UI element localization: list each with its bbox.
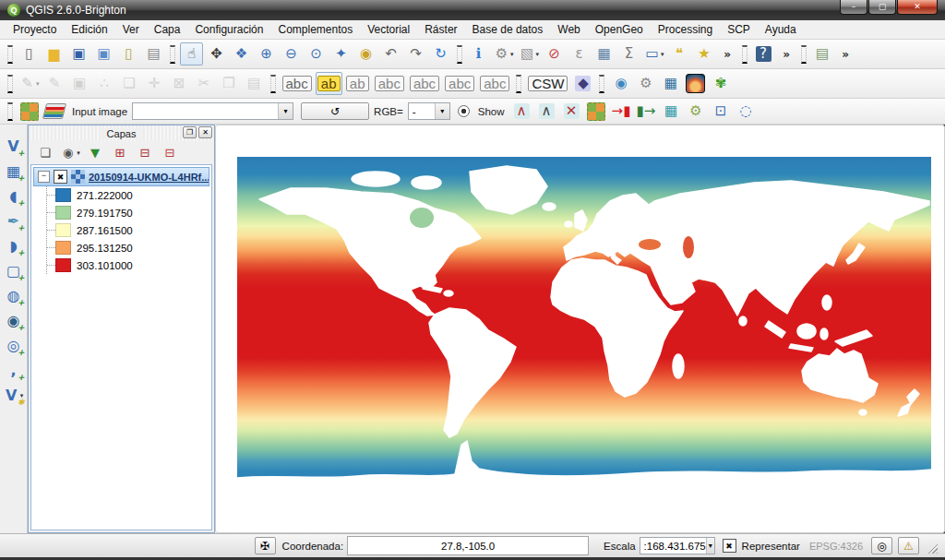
composer-manager-icon[interactable]: ▤ bbox=[142, 42, 165, 66]
move-feature-icon[interactable]: ❏ bbox=[118, 72, 141, 95]
menu-ver[interactable]: Ver bbox=[115, 20, 147, 39]
zoom-native-icon[interactable]: ⊙ bbox=[305, 42, 328, 66]
add-feature-icon[interactable]: ∴ bbox=[93, 72, 116, 95]
netcdf-plugin-icon[interactable]: ▦ bbox=[659, 72, 682, 95]
help-icon[interactable]: ? bbox=[752, 42, 775, 66]
sst-preview-icon[interactable] bbox=[684, 72, 707, 95]
zoom-out-icon[interactable]: ⊖ bbox=[280, 42, 303, 66]
class-output-icon[interactable]: ▮→ bbox=[635, 100, 658, 123]
attribute-table-icon[interactable]: ▦ bbox=[592, 42, 616, 66]
new-bookmark-icon[interactable]: ★ bbox=[693, 42, 716, 66]
rgb-combo[interactable]: - ▾ bbox=[408, 102, 450, 120]
zoom-next-icon[interactable]: ↷ bbox=[404, 42, 427, 66]
menu-complementos[interactable]: Complementos bbox=[270, 20, 360, 39]
new-shapefile-icon[interactable]: V✱▾ bbox=[2, 384, 26, 407]
close-button[interactable]: ✕ bbox=[897, 0, 938, 15]
menu-web[interactable]: Web bbox=[550, 20, 587, 39]
add-oracle-layer-icon[interactable]: ▢+ bbox=[2, 259, 26, 282]
progress-ring-icon[interactable]: ◌ bbox=[735, 100, 758, 123]
new-project-icon[interactable]: ▯ bbox=[18, 42, 41, 66]
band-calc-icon[interactable]: ▦ bbox=[660, 100, 683, 123]
add-wfs-layer-icon[interactable]: ◎+ bbox=[2, 334, 26, 357]
panel-float-icon[interactable]: ❐ bbox=[183, 126, 197, 138]
label-pin-icon[interactable]: ab bbox=[344, 72, 371, 95]
coordinate-input[interactable] bbox=[347, 536, 589, 555]
maximize-button[interactable]: ▢ bbox=[868, 0, 896, 15]
scp-settings-icon[interactable]: ⚙ bbox=[685, 100, 708, 123]
label-visibility-icon[interactable]: abc bbox=[373, 72, 406, 95]
node-tool-icon[interactable]: ✛ bbox=[143, 72, 166, 95]
add-vector-layer-icon[interactable]: V+ bbox=[2, 135, 26, 158]
projector-icon[interactable]: ⊡ bbox=[710, 100, 733, 123]
map-legend-icon[interactable]: ▤ bbox=[811, 42, 834, 66]
copy-features-icon[interactable]: ❐ bbox=[218, 72, 241, 95]
add-postgis-layer-icon[interactable]: ◖+ bbox=[2, 185, 26, 208]
expand-all-icon[interactable]: ⊞ bbox=[110, 143, 130, 162]
add-spatialite-layer-icon[interactable]: ✒+ bbox=[2, 209, 26, 232]
bandset-icon[interactable] bbox=[18, 100, 41, 123]
touch-tool-icon[interactable]: ☝ bbox=[180, 42, 203, 66]
label-selected-icon[interactable]: ab bbox=[316, 72, 342, 95]
bandset-add-icon[interactable] bbox=[585, 100, 608, 123]
layer-checkbox[interactable]: ✖ bbox=[54, 170, 67, 184]
add-delimited-text-icon[interactable]: ,+ bbox=[2, 359, 26, 382]
resize-grip[interactable] bbox=[926, 542, 938, 554]
scp-refresh-button[interactable]: ↺ bbox=[301, 102, 369, 120]
delete-selected-icon[interactable]: ⊠ bbox=[168, 72, 191, 95]
menu-configuracion[interactable]: Configuración bbox=[187, 20, 270, 39]
deselect-icon[interactable]: ⊘ bbox=[543, 42, 566, 66]
refresh-map-icon[interactable]: ↻ bbox=[429, 42, 452, 66]
scale-combo[interactable]: :168.431.675 ▾ bbox=[640, 537, 715, 554]
menu-processing[interactable]: Processing bbox=[651, 20, 720, 39]
scatter-plot-icon[interactable]: ✕ bbox=[560, 100, 583, 123]
filter-legend-icon[interactable]: ▼ bbox=[85, 143, 105, 162]
crs-status-icon[interactable]: ◎ bbox=[871, 537, 892, 554]
collapse-expander-icon[interactable]: − bbox=[38, 171, 50, 183]
messages-icon[interactable]: ⚠ bbox=[898, 537, 919, 554]
add-mssql-layer-icon[interactable]: ◗+ bbox=[2, 234, 26, 257]
layers-panel-header[interactable]: Capas ❐ ✕ bbox=[29, 125, 214, 141]
map-canvas[interactable] bbox=[215, 125, 945, 533]
menu-scp[interactable]: SCP bbox=[720, 20, 758, 39]
zoom-to-selection-icon[interactable]: ◉ bbox=[354, 42, 377, 66]
add-group-icon[interactable]: ❏ bbox=[35, 143, 55, 162]
save-project-icon[interactable]: ▣ bbox=[67, 42, 90, 66]
manage-visibility-icon[interactable]: ◉▾ bbox=[60, 143, 80, 162]
new-composer-icon[interactable]: ▯ bbox=[117, 42, 140, 66]
collapse-all-icon[interactable]: ⊟ bbox=[135, 143, 155, 162]
show-radio[interactable] bbox=[458, 105, 470, 117]
paste-features-icon[interactable]: ▤ bbox=[243, 72, 266, 95]
class-input-icon[interactable]: →▮ bbox=[610, 100, 633, 123]
label-rotate-icon[interactable]: abc bbox=[443, 72, 476, 95]
overflow-icon[interactable]: » bbox=[836, 42, 855, 66]
title-bar[interactable]: Q QGIS 2.6.0-Brighton – ▢ ✕ bbox=[0, 0, 945, 20]
extent-toggle-icon[interactable]: ✠ bbox=[255, 537, 276, 554]
model-plugin-icon[interactable]: ⚙ bbox=[634, 72, 657, 95]
layer-row[interactable]: − ✖ 20150914-UKMO-L4HRf... bbox=[33, 167, 209, 186]
zoom-full-icon[interactable]: ✦ bbox=[329, 42, 353, 66]
metasearch-icon[interactable]: ◆ bbox=[571, 72, 594, 95]
cut-features-icon[interactable]: ✂ bbox=[193, 72, 216, 95]
select-features-icon[interactable]: ▧▾ bbox=[518, 42, 542, 66]
identify-icon[interactable]: ℹ bbox=[467, 42, 490, 66]
render-checkbox[interactable]: ✖ bbox=[723, 539, 736, 553]
input-image-combo[interactable]: ▾ bbox=[132, 102, 293, 120]
statistics-icon[interactable]: Σ bbox=[617, 42, 640, 66]
remove-layer-icon[interactable]: ⊟ bbox=[160, 143, 180, 162]
globe-plugin-icon[interactable]: ◉ bbox=[609, 72, 632, 95]
pan-to-selection-icon[interactable]: ❖ bbox=[230, 42, 253, 66]
menu-vectorial[interactable]: Vectorial bbox=[360, 20, 417, 39]
feature-action-icon[interactable]: ⚙▾ bbox=[492, 42, 516, 66]
map-tips-icon[interactable]: ❝ bbox=[668, 42, 691, 66]
save-project-as-icon[interactable]: ▣ bbox=[92, 42, 115, 66]
open-project-icon[interactable]: ▆ bbox=[42, 42, 66, 66]
layer-labeling-icon[interactable]: abc bbox=[281, 72, 314, 95]
layer-tree[interactable]: − ✖ 20150914-UKMO-L4HRf... 271.222000 bbox=[30, 164, 212, 530]
panel-close-icon[interactable]: ✕ bbox=[198, 126, 212, 138]
toggle-editing-icon[interactable]: ✎ bbox=[43, 72, 66, 95]
menu-opengeo[interactable]: OpenGeo bbox=[588, 20, 651, 39]
label-properties-icon[interactable]: abc bbox=[478, 72, 511, 95]
roi-signature-icon[interactable]: ∧ bbox=[510, 100, 533, 123]
spectral-signature-icon[interactable]: ∧ bbox=[535, 100, 558, 123]
add-wms-layer-icon[interactable]: ◍+ bbox=[2, 284, 26, 307]
